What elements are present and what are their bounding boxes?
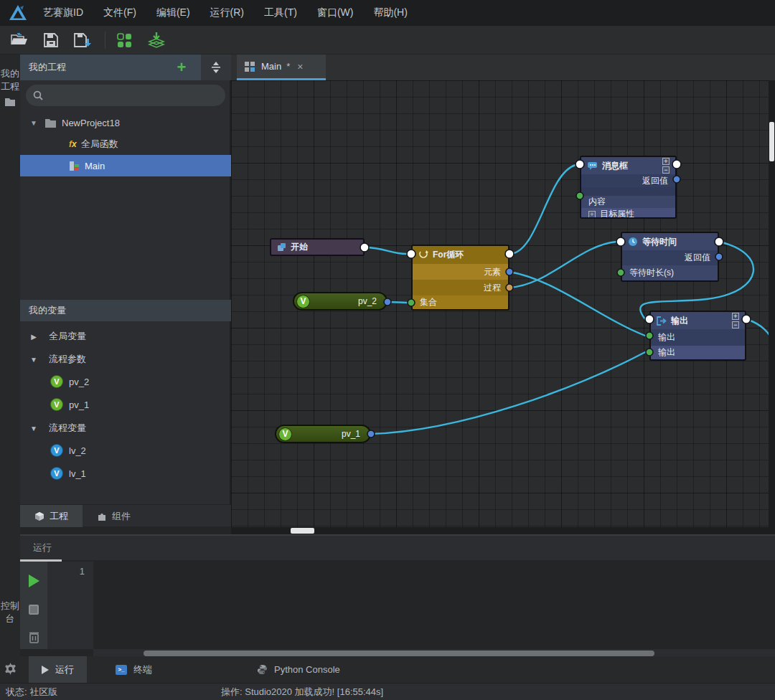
variable-item-pv-2[interactable]: V pv_2 [20,371,231,392]
add-flow-button[interactable]: + [172,58,191,77]
component-market-button[interactable] [114,30,136,50]
variable-icon: V [296,295,310,308]
bottom-tab-bar: 运行 >_ 终端 Python Console [20,656,775,683]
clear-console-icon[interactable] [29,630,39,643]
menu-item-edit[interactable]: 编辑(E) [156,6,190,19]
node-expand-controls[interactable]: + − [732,313,739,328]
node-wait-time[interactable]: 等待时间 返回值 等待时长(s) [621,232,719,282]
loop-icon [418,250,428,260]
console-toolbar [20,562,47,649]
node-port-label: 输出 [658,346,675,359]
node-for-loop[interactable]: For循环 元素 过程 集合 [411,245,509,311]
variable-item-pv-1[interactable]: V pv_1 [20,394,231,415]
collapse-icon[interactable]: − [662,166,670,174]
node-start[interactable]: 开始 [270,238,365,256]
message-icon [587,161,598,171]
variable-group-global[interactable]: ▶ 全局变量 + [20,326,231,347]
node-expand-controls[interactable]: + − [662,158,670,174]
scrollbar-thumb[interactable] [291,528,314,534]
save-button[interactable] [40,30,62,50]
save-icon [43,32,59,48]
console-output-area[interactable] [93,562,775,649]
variable-group-label: 全局变量 [49,330,86,343]
open-project-button[interactable] [9,30,30,50]
variable-label: lv_1 [69,468,86,479]
collapse-all-icon [210,62,222,73]
save-as-button[interactable] [72,30,93,50]
variable-item-lv-1[interactable]: V lv_1 [20,463,231,484]
tab-project[interactable]: 工程 [20,505,83,527]
tree-node-main-flow[interactable]: Main [20,155,231,176]
tree-node-global-functions[interactable]: fx 全局函数 [20,133,231,155]
variable-group-locals[interactable]: ▼ 流程变量 + [20,417,231,439]
toolbar-separator [105,32,105,49]
tab-run[interactable]: 运行 [29,656,87,683]
publish-button[interactable] [146,30,167,50]
project-search-input[interactable] [49,90,207,101]
gear-icon[interactable] [4,663,17,675]
project-panel-title: 我的工程 [20,61,66,74]
node-port-label: 返回值 [685,252,710,264]
editor-tab-label: Main [261,61,281,72]
tab-label: 组件 [112,510,131,523]
node-port-label: 元素 [484,266,501,278]
tab-components[interactable]: 组件 [83,505,145,527]
variable-pill-label: pv_1 [342,429,360,439]
stop-button[interactable] [29,605,39,615]
canvas-horizontal-scrollbar[interactable] [231,527,775,534]
variable-icon: V [50,398,63,411]
output-icon [657,316,667,326]
expand-icon[interactable]: + [732,313,739,320]
status-edition: 状态: 社区版 [6,686,57,699]
variable-icon: V [50,375,63,388]
menu-item-file[interactable]: 文件(F) [103,6,136,19]
side-strip-console-handle[interactable]: 控制台 [0,600,20,625]
run-button[interactable] [29,574,39,587]
menu-item-yisaiqi-id[interactable]: 艺赛旗ID [43,6,83,19]
console-panel: 运行 1 [20,534,775,656]
variable-group-params[interactable]: ▼ 流程参数 + [20,349,231,370]
variable-pill-pv-2[interactable]: V pv_2 [293,292,388,311]
collapse-all-button[interactable] [201,55,231,80]
editor-tab-main[interactable]: Main * × [237,55,326,80]
project-panel: 我的工程 + ▼ NewProject18 fx 全局函数 [20,55,231,526]
menu-item-help[interactable]: 帮助(H) [373,6,407,19]
menu-item-window[interactable]: 窗口(W) [317,6,354,19]
expand-icon[interactable]: + [662,158,670,165]
tab-terminal[interactable]: >_ 终端 [103,656,165,683]
variable-pill-pv-1[interactable]: V pv_1 [275,425,371,443]
node-title: 消息框 [602,160,628,172]
menu-item-tools[interactable]: 工具(T) [264,6,297,19]
variable-pill-label: pv_2 [358,296,377,306]
scrollbar-thumb[interactable] [144,651,654,656]
chevron-down-icon[interactable]: ▼ [29,356,39,364]
publish-layers-icon [147,32,166,49]
chevron-down-icon[interactable]: ▼ [29,119,39,127]
chevron-right-icon[interactable]: ▶ [29,333,39,341]
flow-tab-icon [244,61,255,72]
node-port-label: 输出 [658,331,675,344]
variable-label: lv_2 [69,445,86,456]
menu-item-run[interactable]: 运行(R) [210,6,244,19]
scrollbar-thumb[interactable] [769,122,774,161]
open-folder-icon [11,33,28,47]
flow-canvas[interactable]: 开始 For循环 元素 过程 集合 [231,80,775,527]
variable-group-label: 流程参数 [49,353,86,366]
wire-start-to-forloop [365,247,407,254]
tab-python-console[interactable]: Python Console [244,656,353,683]
variable-item-lv-2[interactable]: V lv_2 [20,440,231,461]
console-line-number: 1 [47,562,93,649]
console-tab-run[interactable]: 运行 [33,541,52,554]
node-output[interactable]: 输出 + − 输出 输出 [649,311,746,361]
side-strip-project-handle[interactable]: 我的工程 [0,67,20,107]
node-port-label: 内容 [588,196,606,208]
expand-properties-icon[interactable]: + [588,211,596,218]
variable-label: pv_1 [69,399,89,410]
search-icon [33,90,43,100]
close-tab-icon[interactable]: × [297,61,303,72]
collapse-icon[interactable]: − [732,321,739,328]
tree-node-project-root[interactable]: ▼ NewProject18 [20,112,231,133]
canvas-vertical-scrollbar[interactable] [769,80,775,527]
chevron-down-icon[interactable]: ▼ [29,425,39,432]
node-message-box[interactable]: 消息框 + − 返回值 内容 + 目标属性 [580,156,677,219]
